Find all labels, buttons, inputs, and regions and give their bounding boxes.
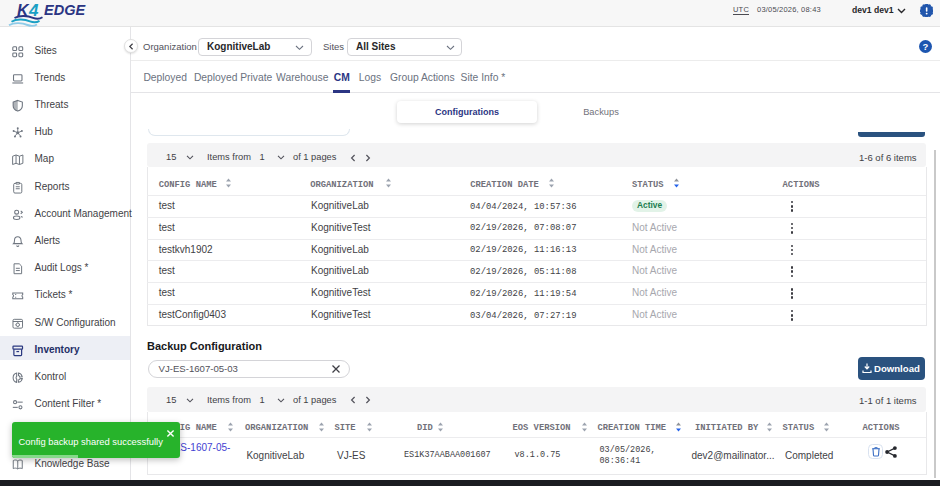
svg-text:EDGE: EDGE xyxy=(44,2,86,18)
